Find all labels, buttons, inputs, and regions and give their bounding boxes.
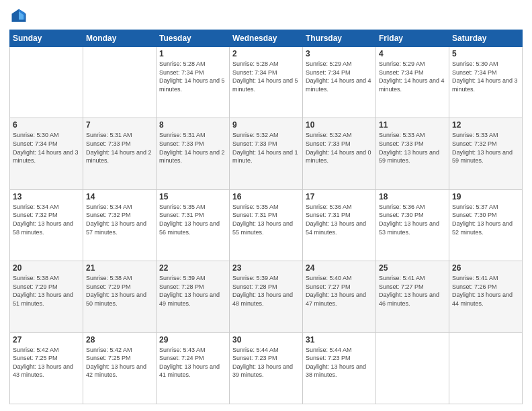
generalblue-logo-icon (9, 7, 28, 26)
day-number: 8 (159, 120, 226, 130)
day-number: 23 (232, 263, 300, 273)
day-number: 13 (13, 192, 80, 201)
day-number: 22 (159, 263, 226, 273)
weekday-header-sunday: Sunday (10, 30, 83, 47)
day-number: 21 (86, 263, 153, 273)
weekday-header-saturday: Saturday (449, 30, 523, 47)
day-info: Sunrise: 5:44 AM Sunset: 7:23 PM Dayligh… (232, 346, 300, 379)
day-number: 9 (232, 120, 300, 130)
calendar-cell: 21Sunrise: 5:38 AM Sunset: 7:29 PM Dayli… (83, 261, 157, 332)
day-info: Sunrise: 5:39 AM Sunset: 7:28 PM Dayligh… (159, 274, 226, 308)
calendar-week-3: 13Sunrise: 5:34 AM Sunset: 7:32 PM Dayli… (10, 189, 523, 261)
day-info: Sunrise: 5:44 AM Sunset: 7:23 PM Dayligh… (306, 346, 373, 379)
day-info: Sunrise: 5:30 AM Sunset: 7:34 PM Dayligh… (13, 131, 80, 165)
day-number: 30 (232, 335, 300, 345)
weekday-header-wednesday: Wednesday (230, 30, 303, 47)
day-number: 18 (379, 192, 446, 201)
day-info: Sunrise: 5:42 AM Sunset: 7:25 PM Dayligh… (86, 346, 153, 379)
calendar-cell: 5Sunrise: 5:30 AM Sunset: 7:34 PM Daylig… (449, 47, 523, 118)
day-number: 6 (13, 120, 80, 130)
calendar-cell (10, 47, 83, 118)
day-number: 17 (306, 192, 373, 201)
calendar-cell: 29Sunrise: 5:43 AM Sunset: 7:24 PM Dayli… (157, 332, 230, 404)
calendar-cell: 25Sunrise: 5:41 AM Sunset: 7:27 PM Dayli… (376, 261, 449, 332)
calendar-table: SundayMondayTuesdayWednesdayThursdayFrid… (9, 30, 523, 404)
day-info: Sunrise: 5:39 AM Sunset: 7:28 PM Dayligh… (232, 274, 300, 308)
day-number: 27 (13, 335, 80, 345)
calendar-cell: 11Sunrise: 5:33 AM Sunset: 7:33 PM Dayli… (376, 118, 449, 189)
header (9, 7, 523, 26)
calendar-cell: 16Sunrise: 5:35 AM Sunset: 7:31 PM Dayli… (230, 189, 303, 261)
calendar-cell: 14Sunrise: 5:34 AM Sunset: 7:32 PM Dayli… (83, 189, 157, 261)
calendar-cell: 12Sunrise: 5:33 AM Sunset: 7:32 PM Dayli… (449, 118, 523, 189)
day-number: 24 (306, 263, 373, 273)
calendar-week-5: 27Sunrise: 5:42 AM Sunset: 7:25 PM Dayli… (10, 332, 523, 404)
day-number: 3 (306, 49, 373, 58)
day-number: 29 (159, 335, 226, 345)
day-number: 12 (452, 120, 519, 130)
day-number: 10 (306, 120, 373, 130)
calendar-body: 1Sunrise: 5:28 AM Sunset: 7:34 PM Daylig… (10, 47, 523, 404)
day-info: Sunrise: 5:38 AM Sunset: 7:29 PM Dayligh… (86, 274, 153, 308)
day-info: Sunrise: 5:41 AM Sunset: 7:27 PM Dayligh… (379, 274, 446, 308)
calendar-cell: 31Sunrise: 5:44 AM Sunset: 7:23 PM Dayli… (303, 332, 376, 404)
calendar-cell: 13Sunrise: 5:34 AM Sunset: 7:32 PM Dayli… (10, 189, 83, 261)
calendar-cell: 2Sunrise: 5:28 AM Sunset: 7:34 PM Daylig… (230, 47, 303, 118)
day-info: Sunrise: 5:40 AM Sunset: 7:27 PM Dayligh… (306, 274, 373, 308)
calendar-week-2: 6Sunrise: 5:30 AM Sunset: 7:34 PM Daylig… (10, 118, 523, 189)
day-info: Sunrise: 5:31 AM Sunset: 7:33 PM Dayligh… (159, 131, 226, 165)
calendar-cell: 8Sunrise: 5:31 AM Sunset: 7:33 PM Daylig… (157, 118, 230, 189)
calendar-week-4: 20Sunrise: 5:38 AM Sunset: 7:29 PM Dayli… (10, 261, 523, 332)
day-info: Sunrise: 5:28 AM Sunset: 7:34 PM Dayligh… (159, 60, 226, 93)
day-number: 16 (232, 192, 300, 201)
day-info: Sunrise: 5:34 AM Sunset: 7:32 PM Dayligh… (13, 203, 80, 236)
day-number: 5 (452, 49, 519, 58)
calendar-cell: 24Sunrise: 5:40 AM Sunset: 7:27 PM Dayli… (303, 261, 376, 332)
weekday-header-tuesday: Tuesday (157, 30, 230, 47)
calendar-cell: 18Sunrise: 5:36 AM Sunset: 7:30 PM Dayli… (376, 189, 449, 261)
day-info: Sunrise: 5:28 AM Sunset: 7:34 PM Dayligh… (232, 60, 300, 93)
weekday-header-friday: Friday (376, 30, 449, 47)
calendar-cell: 28Sunrise: 5:42 AM Sunset: 7:25 PM Dayli… (83, 332, 157, 404)
day-info: Sunrise: 5:33 AM Sunset: 7:32 PM Dayligh… (452, 131, 519, 165)
calendar-cell: 10Sunrise: 5:32 AM Sunset: 7:33 PM Dayli… (303, 118, 376, 189)
calendar-cell: 4Sunrise: 5:29 AM Sunset: 7:34 PM Daylig… (376, 47, 449, 118)
day-info: Sunrise: 5:29 AM Sunset: 7:34 PM Dayligh… (306, 60, 373, 93)
calendar-cell: 1Sunrise: 5:28 AM Sunset: 7:34 PM Daylig… (157, 47, 230, 118)
day-info: Sunrise: 5:43 AM Sunset: 7:24 PM Dayligh… (159, 346, 226, 379)
weekday-header-monday: Monday (83, 30, 157, 47)
weekday-header-thursday: Thursday (303, 30, 376, 47)
calendar-cell: 20Sunrise: 5:38 AM Sunset: 7:29 PM Dayli… (10, 261, 83, 332)
day-number: 26 (452, 263, 519, 273)
day-number: 2 (232, 49, 300, 58)
calendar-cell: 3Sunrise: 5:29 AM Sunset: 7:34 PM Daylig… (303, 47, 376, 118)
calendar-cell: 9Sunrise: 5:32 AM Sunset: 7:33 PM Daylig… (230, 118, 303, 189)
day-number: 19 (452, 192, 519, 201)
calendar-cell: 30Sunrise: 5:44 AM Sunset: 7:23 PM Dayli… (230, 332, 303, 404)
day-number: 25 (379, 263, 446, 273)
calendar-cell (83, 47, 157, 118)
day-info: Sunrise: 5:41 AM Sunset: 7:26 PM Dayligh… (452, 274, 519, 308)
calendar-cell: 19Sunrise: 5:37 AM Sunset: 7:30 PM Dayli… (449, 189, 523, 261)
day-info: Sunrise: 5:36 AM Sunset: 7:30 PM Dayligh… (379, 203, 446, 236)
day-info: Sunrise: 5:35 AM Sunset: 7:31 PM Dayligh… (232, 203, 300, 236)
calendar-cell (449, 332, 523, 404)
day-info: Sunrise: 5:32 AM Sunset: 7:33 PM Dayligh… (232, 131, 300, 165)
day-info: Sunrise: 5:33 AM Sunset: 7:33 PM Dayligh… (379, 131, 446, 165)
logo (9, 7, 31, 26)
calendar-cell: 17Sunrise: 5:36 AM Sunset: 7:31 PM Dayli… (303, 189, 376, 261)
day-number: 4 (379, 49, 446, 58)
calendar-cell: 7Sunrise: 5:31 AM Sunset: 7:33 PM Daylig… (83, 118, 157, 189)
day-number: 28 (86, 335, 153, 345)
calendar-cell: 6Sunrise: 5:30 AM Sunset: 7:34 PM Daylig… (10, 118, 83, 189)
day-info: Sunrise: 5:30 AM Sunset: 7:34 PM Dayligh… (452, 60, 519, 93)
day-info: Sunrise: 5:38 AM Sunset: 7:29 PM Dayligh… (13, 274, 80, 308)
day-number: 15 (159, 192, 226, 201)
day-number: 11 (379, 120, 446, 130)
calendar-cell: 27Sunrise: 5:42 AM Sunset: 7:25 PM Dayli… (10, 332, 83, 404)
day-info: Sunrise: 5:37 AM Sunset: 7:30 PM Dayligh… (452, 203, 519, 236)
day-info: Sunrise: 5:34 AM Sunset: 7:32 PM Dayligh… (86, 203, 153, 236)
calendar-cell: 26Sunrise: 5:41 AM Sunset: 7:26 PM Dayli… (449, 261, 523, 332)
calendar-cell (376, 332, 449, 404)
day-number: 7 (86, 120, 153, 130)
